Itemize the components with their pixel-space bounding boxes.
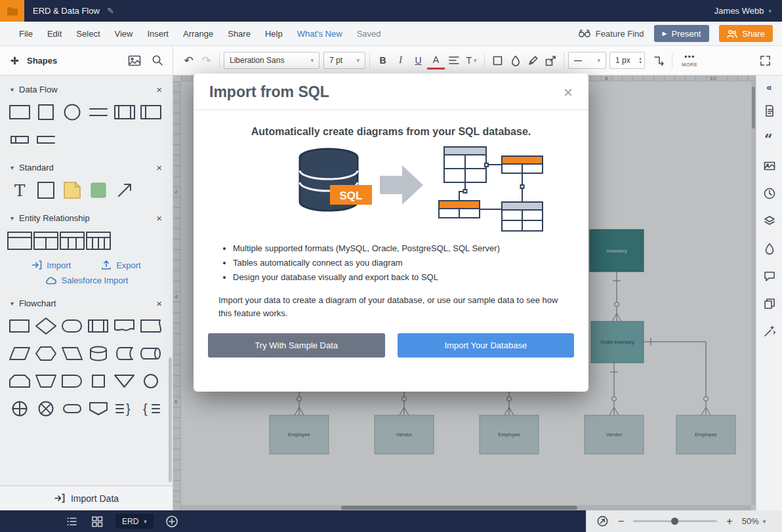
shape-predefined-process[interactable] <box>85 314 112 338</box>
menu-edit[interactable]: Edit <box>40 29 69 39</box>
import-your-database-button[interactable]: Import Your Database <box>398 333 575 358</box>
shape-er-entity[interactable] <box>7 229 33 253</box>
comments-icon[interactable] <box>760 267 779 285</box>
shape-brace-right-note[interactable]: } <box>112 397 138 420</box>
menu-view[interactable]: View <box>108 29 140 39</box>
import-data-button[interactable]: Import Data <box>0 485 173 510</box>
menu-select[interactable]: Select <box>69 29 107 39</box>
shape-brace-left-note[interactable]: { <box>138 397 164 420</box>
slides-panel-icon[interactable] <box>760 157 779 175</box>
shape-arrow-line[interactable] <box>112 178 138 202</box>
shape-stored-data[interactable] <box>112 342 138 365</box>
shape-style-button[interactable] <box>489 51 506 70</box>
zoom-slider-thumb[interactable] <box>671 518 678 525</box>
zoom-slider[interactable] <box>633 520 717 522</box>
dialog-close-icon[interactable]: × <box>564 86 573 99</box>
shape-document[interactable] <box>112 314 138 338</box>
italic-button[interactable]: I <box>392 51 409 70</box>
shape-data-store-lines[interactable] <box>85 100 112 124</box>
zoom-out-button[interactable]: − <box>618 516 624 527</box>
er-export-link[interactable]: Export <box>101 260 141 270</box>
layers-icon[interactable] <box>760 212 779 230</box>
magic-wand-icon[interactable] <box>760 322 779 340</box>
shape-process-square[interactable] <box>33 100 59 124</box>
text-color-button[interactable]: A <box>427 51 445 70</box>
shape-decision[interactable] <box>33 314 59 338</box>
user-menu[interactable]: James Webb ▾ <box>714 6 772 16</box>
fill-color-button[interactable] <box>506 51 524 70</box>
shape-options-button[interactable] <box>542 51 560 70</box>
menu-arrange[interactable]: Arrange <box>176 29 220 39</box>
shape-rectangle[interactable] <box>33 178 59 202</box>
add-page-button[interactable] <box>165 515 178 528</box>
shape-external-entity[interactable] <box>7 100 33 124</box>
image-icon[interactable] <box>128 55 141 66</box>
bold-button[interactable]: B <box>374 51 392 70</box>
document-settings-icon[interactable] <box>760 102 779 120</box>
close-icon[interactable]: × <box>156 162 162 173</box>
shape-connector-circle[interactable] <box>138 369 164 393</box>
menu-file[interactable]: File <box>12 29 40 39</box>
whats-new-link[interactable]: What's New <box>290 29 350 39</box>
share-button[interactable]: Share <box>719 25 773 42</box>
font-family-select[interactable]: Liberation Sans ▾ <box>224 52 319 69</box>
er-salesforce-import-link[interactable]: Salesforce Import <box>45 276 129 285</box>
history-clock-icon[interactable] <box>760 184 779 203</box>
shape-display[interactable] <box>138 314 164 338</box>
shape-data-store-left[interactable] <box>138 100 164 124</box>
section-caret-icon[interactable]: ▾ <box>10 164 14 171</box>
line-width-stepper[interactable]: 1 px ▴ ▾ <box>609 52 645 69</box>
shape-database-cylinder[interactable] <box>85 342 112 365</box>
section-header-data-flow[interactable]: ▾ Data Flow × <box>0 75 173 98</box>
shape-process-circle[interactable] <box>59 100 85 124</box>
fit-to-screen-button[interactable] <box>596 515 609 527</box>
close-icon[interactable]: × <box>156 213 162 224</box>
page-selector[interactable]: ERD ▾ <box>115 514 154 529</box>
shape-preparation-hexagon[interactable] <box>33 342 59 365</box>
stepper-down-icon[interactable]: ▾ <box>639 60 642 64</box>
shape-manual-operation[interactable] <box>33 369 59 393</box>
shape-direct-access-storage[interactable] <box>138 342 164 365</box>
present-button[interactable]: ▶ Present <box>654 25 710 42</box>
shape-sticky-note[interactable] <box>59 178 85 202</box>
shape-delay[interactable] <box>59 369 85 393</box>
rename-pencil-icon[interactable]: ✎ <box>107 6 114 16</box>
menu-share[interactable]: Share <box>220 29 258 39</box>
shape-text[interactable]: T <box>7 178 33 202</box>
shape-manual-input[interactable] <box>59 342 85 365</box>
undo-button[interactable]: ↶ <box>180 51 197 70</box>
shape-er-table-4col[interactable] <box>85 229 112 253</box>
notes-cards-icon[interactable] <box>760 295 779 313</box>
shape-er-table-2col[interactable] <box>33 229 59 253</box>
shape-data-store-small[interactable] <box>7 128 33 152</box>
line-color-button[interactable] <box>524 51 542 70</box>
document-title[interactable]: ERD & Data Flow <box>33 6 100 16</box>
shape-er-table-3col[interactable] <box>59 229 85 253</box>
page-grid-button[interactable] <box>91 515 104 528</box>
search-icon[interactable] <box>152 54 163 66</box>
page-list-button[interactable] <box>66 515 79 528</box>
shape-terminator-small[interactable] <box>59 397 85 420</box>
line-style-select[interactable]: — ▾ <box>568 52 606 69</box>
shape-terminator[interactable] <box>59 314 85 338</box>
section-header-flowchart[interactable]: ▾ Flowchart × <box>0 289 173 312</box>
shape-data-parallelogram[interactable] <box>7 342 33 365</box>
quote-panel-icon[interactable]: “ <box>760 129 779 148</box>
text-options-button[interactable]: T ▾ <box>463 51 480 70</box>
home-folder-button[interactable] <box>0 0 24 22</box>
er-import-link[interactable]: Import <box>31 260 71 270</box>
section-caret-icon[interactable]: ▾ <box>10 86 14 93</box>
shape-loop-limit[interactable] <box>7 369 33 393</box>
redo-button[interactable]: ↷ <box>197 51 215 70</box>
menu-help[interactable]: Help <box>258 29 290 39</box>
close-icon[interactable]: × <box>156 298 162 309</box>
connector-type-button[interactable] <box>650 51 668 70</box>
shape-or-junction[interactable] <box>7 397 33 420</box>
underline-button[interactable]: U <box>409 51 427 70</box>
zoom-in-button[interactable]: + <box>726 516 732 527</box>
font-size-select[interactable]: 7 pt ▾ <box>323 52 365 69</box>
fullscreen-button[interactable] <box>759 54 772 67</box>
section-header-entity-relationship[interactable]: ▾ Entity Relationship × <box>0 204 173 227</box>
zoom-level-select[interactable]: 50% ▾ <box>742 516 766 526</box>
close-icon[interactable]: × <box>156 84 162 95</box>
